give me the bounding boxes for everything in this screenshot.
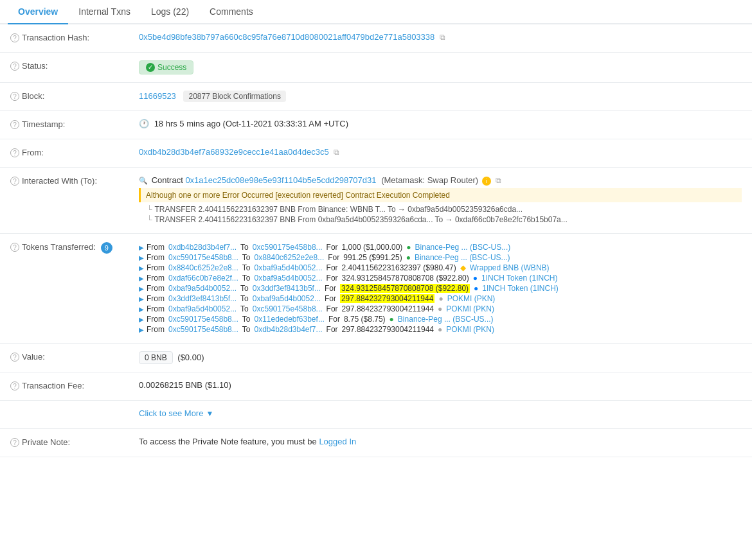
- copy-hash-icon[interactable]: ⧉: [440, 33, 445, 42]
- from-addr[interactable]: 0xc590175e458b8...: [168, 253, 238, 262]
- interacted-with-label-text: Interacted With (To):: [22, 176, 97, 186]
- to-label: To: [240, 294, 249, 303]
- value-label-text: Value:: [22, 352, 45, 362]
- tab-internal-txns[interactable]: Internal Txns: [68, 0, 141, 24]
- contract-info-icon[interactable]: i: [482, 177, 491, 186]
- to-addr[interactable]: 0xc590175e458b8...: [253, 243, 323, 252]
- token-transfer-row: From 0xdb4b28d3b4ef7... To 0xc590175e458…: [139, 243, 742, 252]
- private-note-help-icon[interactable]: ?: [10, 438, 19, 447]
- token-transfer-row: From 0xbaf9a5d4b0052... To 0xc590175e458…: [139, 304, 742, 313]
- token-name-link[interactable]: Binance-Peg ... (BSC-US...): [415, 243, 511, 252]
- token-name-link[interactable]: Binance-Peg ... (BSC-US...): [398, 315, 494, 324]
- token-icon: ◆: [460, 263, 466, 272]
- tx-fee-label-text: Transaction Fee:: [22, 381, 84, 390]
- status-value: Success: [139, 60, 742, 74]
- tab-overview[interactable]: Overview: [8, 0, 68, 24]
- token-transfer-row: From 0xbaf9a5d4b0052... To 0x3ddf3ef8413…: [139, 284, 742, 293]
- status-label-text: Status:: [22, 61, 48, 71]
- to-addr[interactable]: 0x3ddf3ef8413b5f...: [253, 284, 321, 293]
- status-help-icon[interactable]: ?: [10, 62, 19, 71]
- contract-address-link[interactable]: 0x1a1ec25dc08e98e5e93f1104b5e5cdd298707d…: [185, 175, 376, 185]
- token-name-link[interactable]: 1INCH Token (1INCH): [481, 274, 557, 283]
- copy-contract-icon[interactable]: ⧉: [496, 176, 501, 185]
- interacted-help-icon[interactable]: ?: [10, 177, 19, 186]
- highlighted-amount: 297.884232793004211944: [340, 294, 434, 303]
- from-label: From: [147, 294, 165, 303]
- from-addr[interactable]: 0xdb4b28d3b4ef7...: [168, 243, 237, 252]
- transaction-hash-label-text: Transaction Hash:: [22, 33, 89, 42]
- token-name-link[interactable]: POKMI (PKN): [446, 325, 494, 334]
- token-name-link[interactable]: POKMI (PKN): [447, 294, 496, 303]
- to-label: To: [240, 284, 249, 293]
- from-addr[interactable]: 0x3ddf3ef8413b5f...: [168, 294, 237, 303]
- to-label: To: [242, 325, 251, 334]
- tokens-help-icon[interactable]: ?: [10, 243, 19, 252]
- from-addr[interactable]: 0xbaf9a5d4b0052...: [168, 304, 237, 313]
- timestamp-label: ? Timestamp:: [10, 119, 139, 129]
- value-amount: 0 BNB ($0.00): [139, 351, 742, 364]
- private-note-value: To access the Private Note feature, you …: [139, 437, 742, 446]
- to-addr[interactable]: 0xbaf9a5d4b0052...: [254, 274, 322, 283]
- click-more-link[interactable]: Click to see More ▼: [139, 408, 742, 418]
- transaction-hash-value: 0x5be4d98bfe38b797a660c8c95fa76e8710d808…: [139, 32, 742, 42]
- value-row: ? Value: 0 BNB ($0.00): [0, 344, 752, 372]
- value-help-icon[interactable]: ?: [10, 353, 19, 362]
- from-addr[interactable]: 0xdaf66c0b7e8e2f...: [168, 274, 238, 283]
- from-help-icon[interactable]: ?: [10, 148, 19, 157]
- from-address-link[interactable]: 0xdb4b28d3b4ef7a68932e9cecc1e41aa0d4dec3…: [139, 147, 329, 157]
- to-addr[interactable]: 0xc590175e458b8...: [253, 304, 323, 313]
- from-addr[interactable]: 0xbaf9a5d4b0052...: [168, 284, 237, 293]
- timestamp-value: 🕐 18 hrs 5 mins ago (Oct-11-2021 03:33:3…: [139, 119, 742, 128]
- tab-comments[interactable]: Comments: [199, 0, 264, 24]
- for-label: For: [327, 263, 338, 272]
- token-name-link[interactable]: 1INCH Token (1INCH): [482, 284, 558, 293]
- transaction-hash-link[interactable]: 0x5be4d98bfe38b797a660c8c95fa76e8710d808…: [139, 32, 434, 42]
- token-icon: ●: [406, 253, 411, 262]
- to-label: To: [242, 315, 251, 324]
- token-transfer-row: From 0xc590175e458b8... To 0xdb4b28d3b4e…: [139, 325, 742, 334]
- token-transfer-row: From 0xdaf66c0b7e8e2f... To 0xbaf9a5d4b0…: [139, 274, 742, 283]
- to-addr[interactable]: 0xbaf9a5d4b0052...: [254, 263, 322, 272]
- token-name-link[interactable]: Wrapped BNB (WBNB): [470, 263, 550, 272]
- tx-fee-value: 0.00268215 BNB ($1.10): [139, 380, 742, 390]
- tx-fee-help-icon[interactable]: ?: [10, 381, 19, 390]
- timestamp-help-icon[interactable]: ?: [10, 120, 19, 129]
- copy-from-icon[interactable]: ⧉: [334, 148, 339, 157]
- warning-box: Although one or more Error Occurred [exe…: [139, 188, 742, 202]
- highlighted-amount: 324.931258457870808708 ($922.80): [340, 284, 470, 293]
- to-addr[interactable]: 0x11ededebf63bef...: [254, 315, 324, 324]
- transaction-hash-help-icon[interactable]: ?: [10, 33, 19, 42]
- block-number-link[interactable]: 11669523: [139, 91, 176, 101]
- to-label: To: [242, 253, 251, 262]
- private-note-row: ? Private Note: To access the Private No…: [0, 429, 752, 457]
- block-label-text: Block:: [22, 91, 44, 101]
- private-note-label: ? Private Note:: [10, 437, 139, 447]
- for-label: For: [325, 294, 336, 303]
- tokens-transferred-row: ? Tokens Transferred: 9 From 0xdb4b28d3b…: [0, 234, 752, 344]
- to-label: To: [242, 263, 251, 272]
- to-label: To: [242, 274, 251, 283]
- contract-search-icon: 🔍: [139, 177, 148, 184]
- from-addr[interactable]: 0xc590175e458b8...: [168, 325, 238, 334]
- tab-bar: Overview Internal Txns Logs (22) Comment…: [0, 0, 752, 24]
- tab-logs[interactable]: Logs (22): [141, 0, 199, 24]
- to-addr[interactable]: 0xdb4b28d3b4ef7...: [254, 325, 322, 334]
- transaction-hash-row: ? Transaction Hash: 0x5be4d98bfe38b797a6…: [0, 24, 752, 53]
- block-help-icon[interactable]: ?: [10, 92, 19, 101]
- timestamp-row: ? Timestamp: 🕐 18 hrs 5 mins ago (Oct-11…: [0, 111, 752, 139]
- token-name-link[interactable]: Binance-Peg ... (BSC-US...): [415, 253, 510, 262]
- from-label: From: [147, 325, 165, 334]
- to-addr[interactable]: 0xbaf9a5d4b0052...: [253, 294, 321, 303]
- logged-in-link[interactable]: Logged In: [319, 437, 356, 446]
- interacted-with-label: ? Interacted With (To):: [10, 175, 139, 186]
- from-addr[interactable]: 0x8840c6252e2e8...: [168, 263, 238, 272]
- block-label: ? Block:: [10, 91, 139, 101]
- to-label: To: [240, 304, 249, 313]
- token-transfer-row: From 0x3ddf3ef8413b5f... To 0xbaf9a5d4b0…: [139, 294, 742, 303]
- tokens-list: From 0xdb4b28d3b4ef7... To 0xc590175e458…: [139, 241, 742, 335]
- from-addr[interactable]: 0xc590175e458b8...: [168, 315, 238, 324]
- contract-line: 🔍 Contract 0x1a1ec25dc08e98e5e93f1104b5e…: [139, 175, 742, 186]
- to-addr[interactable]: 0x8840c6252e2e8...: [254, 253, 324, 262]
- token-icon: ●: [438, 325, 442, 334]
- token-name-link[interactable]: POKMI (PKN): [446, 304, 494, 313]
